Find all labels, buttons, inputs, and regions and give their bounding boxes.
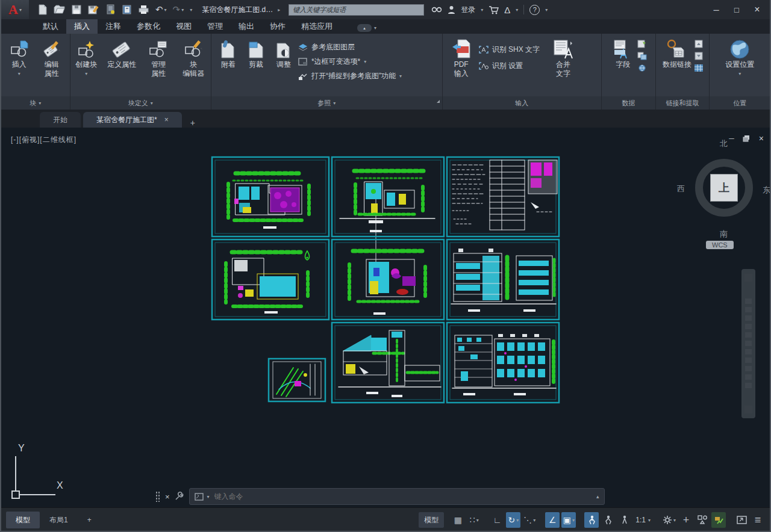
- frames-option-button[interactable]: *边框可变选项* ▾: [298, 57, 402, 67]
- app-menu-button[interactable]: A ▾: [1, 0, 29, 19]
- clean-screen-button[interactable]: [734, 512, 749, 528]
- attach-button[interactable]: 附着: [215, 37, 242, 69]
- compass-south[interactable]: 南: [720, 229, 728, 240]
- undo-button[interactable]: ↶▾: [155, 4, 167, 15]
- new-layout-button[interactable]: +: [78, 512, 101, 528]
- search-input[interactable]: [289, 4, 424, 16]
- dialog-launcher-icon[interactable]: [437, 100, 440, 103]
- panel-label-block[interactable]: 块▾: [1, 96, 70, 110]
- block-editor-button[interactable]: 块 编辑器: [176, 37, 210, 78]
- panel-label-block-definition[interactable]: 块定义▾: [70, 96, 211, 110]
- clip-button[interactable]: 剪裁: [243, 37, 269, 69]
- command-input[interactable]: [213, 492, 593, 501]
- annotation-scale-button[interactable]: 1:1▾: [633, 512, 653, 528]
- close-button[interactable]: ×: [748, 2, 766, 17]
- object-snap-button[interactable]: ▣▾: [561, 512, 576, 528]
- new-drawing-button[interactable]: [37, 4, 48, 15]
- crosshair-button[interactable]: +: [679, 512, 693, 528]
- model-tab[interactable]: 模型: [6, 512, 40, 528]
- sign-in-link[interactable]: 登录: [461, 5, 475, 15]
- insert-block-button[interactable]: 插入 ▾: [4, 37, 35, 78]
- underlay-layers-button[interactable]: 参考底图图层: [298, 42, 402, 52]
- ribbon-collapse-button[interactable]: ▴ ▾: [357, 24, 376, 32]
- define-attributes-button[interactable]: 定义属性: [103, 37, 140, 69]
- drawing-canvas[interactable]: [-][俯视][二维线框] ─ ×: [1, 128, 771, 507]
- qat-customize-icon[interactable]: ▾: [190, 7, 192, 13]
- view-cube[interactable]: 上 北 西 东 南: [695, 159, 753, 217]
- snap-mode-button[interactable]: ∷▾: [467, 512, 481, 528]
- compass-west[interactable]: 西: [677, 184, 685, 194]
- exchange-apps-icon[interactable]: Δ: [504, 5, 510, 15]
- layout1-tab[interactable]: 布局1: [40, 512, 78, 528]
- ortho-mode-button[interactable]: ∟: [490, 512, 504, 528]
- open-drawing-button[interactable]: [54, 4, 65, 15]
- grid-display-button[interactable]: ▦: [451, 512, 465, 528]
- set-location-button[interactable]: 设置位置 ▾: [720, 37, 759, 78]
- upload-link-icon[interactable]: [694, 40, 704, 48]
- search-icon[interactable]: [431, 5, 442, 14]
- drawing-tab[interactable]: 某宿舍餐厅施工图* ×: [83, 112, 182, 128]
- close-tab-icon[interactable]: ×: [164, 116, 169, 124]
- wcs-dropdown[interactable]: WCS: [706, 241, 734, 249]
- graphics-performance-button[interactable]: [711, 512, 726, 528]
- adjust-button[interactable]: 调整: [270, 37, 297, 69]
- tab-manage[interactable]: 管理: [199, 19, 231, 34]
- pdf-import-button[interactable]: PDF 输入: [445, 37, 478, 78]
- snap-to-underlays-button[interactable]: 打开“捕捉到参考底图”功能 ▾: [298, 71, 402, 81]
- command-grip-handle[interactable]: [155, 491, 160, 502]
- recognize-shx-button[interactable]: 识别 SHX 文字: [479, 45, 540, 55]
- minimize-button[interactable]: ─: [707, 2, 725, 17]
- update-fields-icon[interactable]: [637, 40, 647, 48]
- start-tab[interactable]: 开始: [40, 112, 81, 128]
- panel-label-data[interactable]: 数据: [602, 96, 655, 110]
- isometric-drafting-button[interactable]: ⋱▾: [522, 512, 537, 528]
- hyperlink-icon[interactable]: [637, 64, 647, 72]
- workspace-switching-button[interactable]: ▾: [661, 512, 677, 528]
- tab-home[interactable]: 默认: [35, 19, 66, 34]
- panel-label-import[interactable]: 输入: [443, 96, 601, 110]
- model-space-toggle[interactable]: 模型: [419, 512, 444, 528]
- create-block-button[interactable]: 创建块 ▾: [70, 37, 102, 78]
- command-close-icon[interactable]: ×: [165, 492, 170, 501]
- tab-insert[interactable]: 插入: [66, 19, 98, 34]
- tab-parametric[interactable]: 参数化: [129, 19, 168, 34]
- user-icon[interactable]: [448, 5, 455, 14]
- sheet-set-button[interactable]: [122, 4, 132, 15]
- extract-data-icon[interactable]: [694, 64, 704, 72]
- tab-featured-apps[interactable]: 精选应用: [293, 19, 340, 34]
- tab-annotate[interactable]: 注释: [98, 19, 129, 34]
- app-store-cart-icon[interactable]: [489, 5, 499, 14]
- annotation-scale-icon-button[interactable]: [617, 512, 631, 528]
- compass-east[interactable]: 东: [763, 185, 770, 196]
- save-button[interactable]: [71, 4, 82, 15]
- help-icon[interactable]: ?: [529, 5, 540, 15]
- tab-view[interactable]: 视图: [168, 19, 199, 34]
- redo-button[interactable]: ↷▾: [173, 4, 184, 15]
- polar-tracking-button[interactable]: ↻▾: [506, 512, 520, 528]
- isolate-objects-button[interactable]: [695, 512, 710, 528]
- combine-text-button[interactable]: 合并 文字: [546, 37, 581, 78]
- panel-label-location[interactable]: 位置: [710, 96, 770, 110]
- batch-plot-button[interactable]: [105, 4, 116, 15]
- tab-collaborate[interactable]: 协作: [262, 19, 293, 34]
- command-input-bar[interactable]: ▾ ▴: [189, 488, 605, 505]
- data-link-button[interactable]: 数据链接: [661, 37, 693, 69]
- command-customize-wrench-icon[interactable]: [175, 492, 184, 501]
- annotation-visibility-button[interactable]: [584, 512, 599, 528]
- compass-north[interactable]: 北: [720, 138, 728, 149]
- plot-button[interactable]: [138, 4, 149, 15]
- command-history-icon[interactable]: ▴: [596, 493, 599, 500]
- customization-menu-button[interactable]: ≡: [751, 512, 765, 528]
- maximize-button[interactable]: □: [728, 2, 746, 17]
- tab-output[interactable]: 输出: [231, 19, 262, 34]
- field-button[interactable]: 字段: [610, 37, 636, 69]
- object-snap-tracking-button[interactable]: ∠: [545, 512, 560, 528]
- panel-label-linking[interactable]: 链接和提取: [656, 96, 710, 110]
- edit-attributes-button[interactable]: 编辑 属性: [36, 37, 67, 78]
- panel-label-reference[interactable]: 参照▾: [211, 96, 442, 110]
- manage-attributes-button[interactable]: 管理 属性: [142, 37, 175, 78]
- ole-object-icon[interactable]: [637, 52, 647, 60]
- save-as-button[interactable]: [88, 4, 99, 15]
- download-link-icon[interactable]: [694, 52, 704, 60]
- view-cube-top-face[interactable]: 上: [710, 174, 738, 202]
